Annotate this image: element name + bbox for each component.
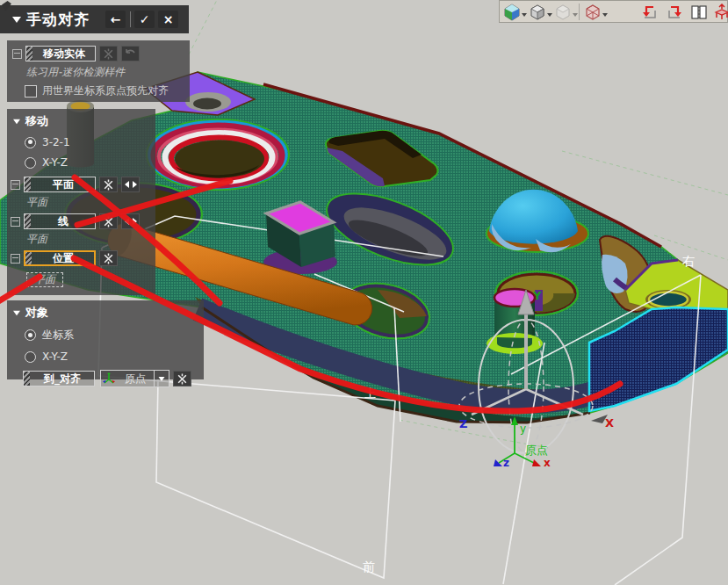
reset-view-icon[interactable] bbox=[712, 3, 728, 22]
undo-icon[interactable] bbox=[121, 46, 140, 61]
position-value: 平面 bbox=[26, 272, 63, 287]
manual-align-panel-header: 手动对齐 ← ✓ × bbox=[0, 5, 189, 33]
radio-obj-xyz-label: X-Y-Z bbox=[42, 350, 68, 363]
csys-icon bbox=[103, 372, 115, 385]
close-button[interactable]: × bbox=[158, 11, 178, 28]
triad-z-label: z bbox=[503, 457, 509, 469]
panel-collapse-icon[interactable] bbox=[12, 17, 21, 23]
plane-label-top: 上 bbox=[364, 386, 376, 400]
shaded-view-dropdown[interactable] bbox=[547, 13, 552, 17]
rotate-view-left-icon[interactable] bbox=[640, 3, 660, 22]
radio-xyz-label: X-Y-Z bbox=[42, 156, 68, 169]
plane-value: 平面 bbox=[26, 196, 155, 208]
move-entity-button[interactable]: 移动实体 bbox=[25, 46, 96, 61]
view-orientation-icon[interactable] bbox=[502, 3, 522, 22]
position-constrain-button[interactable] bbox=[99, 250, 118, 266]
constrain-button[interactable] bbox=[99, 46, 118, 61]
rotate-view-right-icon[interactable] bbox=[665, 3, 684, 22]
radio-csys[interactable] bbox=[25, 329, 36, 341]
confirm-button[interactable]: ✓ bbox=[134, 11, 155, 28]
position-button[interactable]: 位置 bbox=[24, 250, 96, 266]
back-button[interactable]: ← bbox=[105, 11, 126, 28]
line-collapse-icon[interactable] bbox=[11, 217, 20, 227]
radio-xyz[interactable] bbox=[25, 157, 36, 169]
plane-button[interactable]: 平面 bbox=[24, 177, 96, 192]
shaded-view-icon[interactable] bbox=[528, 3, 547, 22]
move-section-title: 移动 bbox=[25, 113, 48, 129]
radio-321-label: 3-2-1 bbox=[42, 136, 70, 148]
section-collapse-icon[interactable] bbox=[13, 119, 20, 124]
view-toolbar bbox=[499, 0, 728, 23]
wireframe-view-dropdown[interactable] bbox=[602, 13, 608, 17]
to-align-button[interactable]: 到_对齐 bbox=[23, 371, 95, 386]
plane-label-front: 前 bbox=[363, 560, 375, 574]
triad-y-label: y bbox=[520, 422, 526, 435]
radio-321[interactable] bbox=[25, 137, 36, 148]
object-group: 对象 坐标系 X-Y-Z 到_对齐 原点 bbox=[7, 300, 204, 379]
plane-collapse-icon[interactable] bbox=[11, 180, 20, 190]
move-group: 移动 3-2-1 X-Y-Z 平面 平面 线 平面 位置 平面 bbox=[7, 109, 155, 295]
toolbar-separator bbox=[579, 4, 580, 20]
wireframe-view-icon[interactable] bbox=[583, 3, 602, 22]
plane-flip-button[interactable] bbox=[121, 177, 140, 192]
trackball-axis-y: Y bbox=[532, 289, 542, 302]
big-ring-hole bbox=[147, 119, 289, 190]
origin-label: 原点 bbox=[525, 444, 548, 457]
object-section-title: 对象 bbox=[25, 305, 48, 321]
trackball-axis-x: X bbox=[605, 416, 614, 430]
origin-dropdown[interactable]: 原点 bbox=[100, 370, 169, 387]
world-origin-label: 用世界坐标系原点预先对齐 bbox=[42, 83, 169, 98]
split-view-icon[interactable] bbox=[689, 3, 709, 22]
collapse-minus-icon[interactable] bbox=[12, 49, 22, 59]
plane-label-right: 右 bbox=[682, 254, 695, 268]
hatch-strip bbox=[26, 47, 32, 61]
object-collapse-icon[interactable] bbox=[13, 310, 20, 315]
panel-title: 手动对齐 bbox=[26, 10, 90, 30]
header-separator bbox=[130, 11, 131, 27]
align-constrain-button[interactable] bbox=[173, 371, 191, 386]
radio-csys-label: 坐标系 bbox=[42, 328, 74, 343]
dropdown-arrow-icon[interactable] bbox=[154, 371, 169, 386]
line-button[interactable]: 线 bbox=[24, 213, 96, 229]
line-constrain-button[interactable] bbox=[99, 213, 118, 229]
shaded-edges-view-icon[interactable] bbox=[553, 3, 573, 22]
origin-dropdown-value: 原点 bbox=[117, 372, 154, 386]
view-orientation-dropdown[interactable] bbox=[522, 13, 527, 17]
position-collapse-icon[interactable] bbox=[11, 254, 20, 264]
world-origin-checkbox[interactable] bbox=[25, 85, 37, 98]
line-flip-button[interactable] bbox=[121, 213, 140, 229]
triad-x-label: x bbox=[544, 457, 551, 469]
shaded-edges-dropdown[interactable] bbox=[573, 13, 578, 17]
plane-constrain-button[interactable] bbox=[99, 177, 118, 192]
entity-name-text: 练习用-迷你检测样件 bbox=[26, 66, 190, 78]
line-value: 平面 bbox=[26, 233, 155, 245]
radio-obj-xyz[interactable] bbox=[25, 351, 36, 363]
move-entity-group: 移动实体 练习用-迷你检测样件 用世界坐标系原点预先对齐 bbox=[7, 40, 190, 102]
trackball-axis-z: Z bbox=[459, 417, 467, 430]
